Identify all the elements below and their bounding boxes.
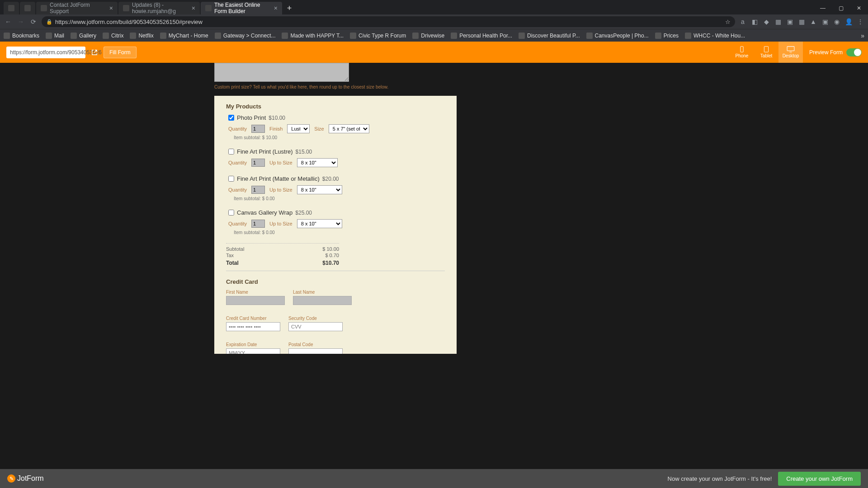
ext-icon[interactable]: a [739,18,747,26]
product-price: $20.00 [322,176,339,182]
cc-zip-input[interactable] [288,348,343,354]
fill-form-button[interactable]: Fill Form [104,47,137,58]
bookmark[interactable]: WHCC - White Hou... [685,33,745,39]
bookmark[interactable]: MyChart - Home [160,33,208,39]
size-label: Size [314,126,324,131]
url-input[interactable]: 🔒 https://www.jotform.com/build/90534053… [42,16,735,27]
reload-icon[interactable]: ⟳ [29,17,38,26]
cc-cvv-input[interactable] [288,322,343,331]
bookmark[interactable]: Citrix [103,33,123,39]
form-viewport[interactable]: Custom print size? Tell us what you'd li… [0,63,868,354]
browser-tab[interactable]: Updates (8) - howie.rumjahn@g× [118,2,200,14]
bookmark[interactable]: Bookmarks [4,33,39,39]
totals-block: Subtotal$ 10.00 Tax$ 0.70 Total$10.70 [226,243,339,266]
tab-title: Contact JotForm Support [50,2,104,14]
bookmark[interactable]: CanvasPeople | Pho... [586,33,649,39]
forward-icon[interactable]: → [16,17,25,26]
qty-label: Quantity [228,221,247,226]
first-name-input[interactable] [226,296,285,305]
bookmark[interactable]: Gallery [71,33,96,39]
product-checkbox[interactable] [228,210,234,216]
bookmark[interactable]: Gateway > Connect... [215,33,276,39]
close-icon[interactable]: × [271,5,278,12]
device-tablet[interactable]: Tablet [754,42,778,63]
close-icon[interactable]: × [189,5,195,12]
new-tab-button[interactable]: + [283,2,296,14]
close-window-icon[interactable]: ✕ [850,2,868,14]
browser-tab-strip: Contact JotForm Support× Updates (8) - h… [0,0,868,14]
bookmark[interactable]: Personal Health Por... [451,33,512,39]
open-external-icon[interactable] [88,46,101,59]
close-icon[interactable]: × [107,5,113,12]
minimize-icon[interactable]: — [814,2,832,14]
ext-icon[interactable]: ◆ [762,18,770,26]
size-select[interactable]: 8 x 10" [297,185,342,194]
ext-icon[interactable]: ◧ [750,18,759,26]
bookmark[interactable]: Civic Type R Forum [350,33,406,39]
cc-number-label: Credit Card Number [226,316,280,321]
product-item: Photo Print $10.00 Quantity Finish Lustr… [226,114,445,140]
size-select[interactable]: 8 x 10" [297,158,338,167]
browser-tab[interactable] [4,2,19,14]
size-select[interactable]: 8 x 10" [297,219,342,228]
subtotal-label: Subtotal [226,246,244,252]
custom-notes-input[interactable] [214,63,349,82]
menu-icon[interactable]: ⋮ [856,18,864,26]
qty-input[interactable] [251,186,265,194]
tab-title: Updates (8) - howie.rumjahn@g [132,2,186,14]
product-name: Canvas Gallery Wrap [237,209,292,216]
products-title: My Products [226,103,445,110]
finish-select[interactable]: Lustre [287,124,310,133]
qty-input[interactable] [251,220,265,228]
first-name-label: First Name [226,290,285,295]
product-checkbox[interactable] [228,115,234,121]
bookmarks-overflow-icon[interactable]: » [861,32,864,39]
ext-icon[interactable]: ▣ [786,18,794,26]
cc-zip-label: Postal Code [288,342,343,347]
qty-input[interactable] [251,159,265,167]
ext-icon[interactable]: ◉ [833,18,841,26]
preview-toggle[interactable] [846,48,862,56]
preview-label: Preview Form [809,49,843,56]
ext-icon[interactable]: ▲ [809,18,817,26]
app-bar: https://form.jotform.com/90534053526 Fil… [0,42,868,63]
total-label: Total [226,260,239,266]
upto-label: Up to Size [269,221,292,226]
ext-icon[interactable]: ▣ [821,18,829,26]
qty-input[interactable] [251,125,265,133]
product-checkbox[interactable] [228,149,234,155]
product-item: Canvas Gallery Wrap $25.00 Quantity Up t… [226,209,445,235]
star-icon[interactable]: ☆ [725,19,731,25]
product-checkbox[interactable] [228,176,234,182]
bookmark[interactable]: Discover Beautiful P... [519,33,580,39]
browser-tab[interactable]: Contact JotForm Support× [36,2,118,14]
bookmark[interactable]: Made with HAPPY T... [282,33,344,39]
bookmark[interactable]: Mail [46,33,64,39]
cc-exp-input[interactable] [226,348,280,354]
bookmark[interactable]: Netflix [130,33,153,39]
ext-icon[interactable]: ▦ [774,18,782,26]
bookmarks-bar: Bookmarks Mail Gallery Citrix Netflix My… [0,29,868,42]
bookmark[interactable]: Drivewise [412,33,444,39]
size-select[interactable]: 5 x 7" (set of 3) [329,124,369,133]
cc-cvv-label: Security Code [288,316,343,321]
device-phone[interactable]: Phone [730,42,754,63]
product-name: Photo Print [237,114,266,121]
back-icon[interactable]: ← [4,17,13,26]
ext-icon[interactable]: ▦ [797,18,806,26]
maximize-icon[interactable]: ▢ [832,2,850,14]
total-value: $10.70 [322,260,339,266]
device-desktop[interactable]: Desktop [778,42,803,63]
qty-label: Quantity [228,126,247,131]
bookmark[interactable]: Prices [655,33,679,39]
last-name-input[interactable] [293,296,352,305]
cc-number-input[interactable] [226,322,280,331]
browser-tab[interactable]: The Easiest Online Form Builder× [201,2,282,14]
tax-value: $ 0.70 [325,253,339,258]
profile-icon[interactable]: 👤 [844,18,853,26]
form-url-display[interactable]: https://form.jotform.com/90534053526 [6,47,85,58]
notes-hint: Custom print size? Tell us what you'd li… [214,84,457,89]
svg-rect-2 [787,47,794,51]
browser-tab[interactable] [20,2,35,14]
device-label: Desktop [783,53,799,58]
